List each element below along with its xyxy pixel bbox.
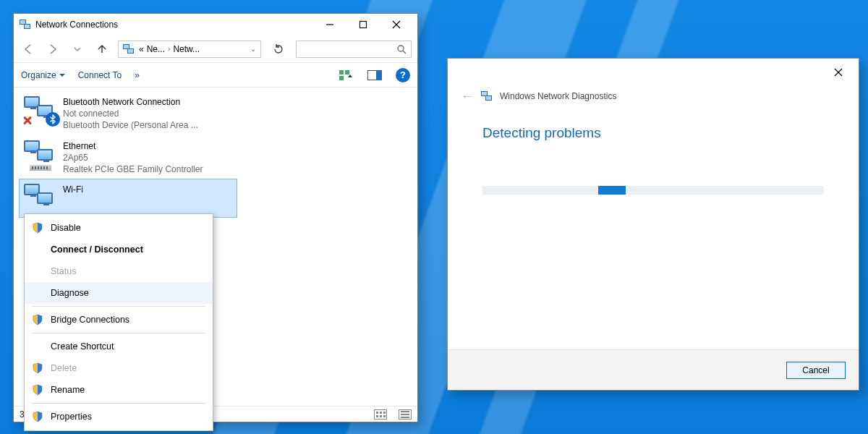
diag-icon [481, 90, 493, 102]
menu-item-label: Bridge Connections [51, 315, 129, 325]
progress-bar [482, 186, 824, 195]
maximize-button[interactable] [346, 14, 380, 35]
svg-rect-1 [360, 22, 367, 28]
connect-to-menu[interactable]: Connect To [78, 70, 122, 80]
view-list-icon[interactable] [399, 409, 412, 420]
bluetooth-badge-icon [46, 112, 60, 127]
wifi-adapter-icon [24, 184, 56, 213]
svg-rect-8 [339, 76, 344, 80]
connection-status: 2Ap65 [63, 152, 203, 163]
menu-item-label: Delete [51, 363, 77, 373]
titlebar[interactable]: Network Connections [14, 14, 417, 35]
up-button[interactable] [93, 41, 111, 58]
diag-titlebar[interactable] [448, 59, 859, 86]
more-label: » [135, 70, 140, 80]
window-title: Network Connections [35, 20, 118, 30]
menu-item-label: Rename [51, 385, 85, 395]
chevron-down-icon[interactable]: ⌄ [250, 45, 256, 53]
nic-badge-icon [30, 165, 51, 171]
menu-separator [32, 306, 205, 307]
menu-item-label: Create Shortcut [51, 341, 114, 352]
command-bar: Organize Connect To » ? [14, 63, 417, 88]
connection-device: Realtek PCIe GBE Family Controller [63, 163, 203, 175]
menu-item-label: Disable [51, 223, 81, 233]
connect-to-label: Connect To [78, 70, 122, 80]
cancel-label: Cancel [802, 365, 829, 375]
progress-fill [598, 186, 626, 195]
svg-rect-10 [376, 70, 382, 80]
connection-ethernet[interactable]: Ethernet 2Ap65 Realtek PCIe GBE Family C… [20, 136, 237, 180]
menu-item-label: Connect / Disconnect [51, 244, 143, 255]
menu-item-label: Properties [51, 412, 92, 422]
svg-point-4 [398, 46, 404, 51]
network-connections-icon [20, 19, 31, 30]
refresh-button[interactable] [268, 39, 289, 59]
ethernet-adapter-icon [24, 140, 56, 169]
minimize-button[interactable] [313, 14, 346, 35]
svg-line-5 [403, 51, 406, 54]
connection-bluetooth[interactable]: Bluetooth Network Connection Not connect… [20, 92, 237, 136]
menu-item-status: Status [25, 260, 213, 282]
more-commands[interactable]: » [135, 70, 140, 80]
menu-separator [32, 333, 205, 333]
bluetooth-adapter-icon [24, 96, 56, 125]
search-box[interactable] [296, 41, 412, 58]
svg-rect-6 [339, 70, 344, 75]
connection-wifi[interactable]: Wi-Fi [20, 179, 237, 217]
view-options-icon[interactable] [338, 67, 354, 83]
menu-item-rename[interactable]: Rename [25, 379, 213, 401]
disconnected-badge-icon [22, 115, 33, 125]
shield-icon [32, 384, 43, 396]
shield-icon [32, 411, 43, 422]
shield-icon [32, 222, 43, 234]
svg-rect-7 [345, 70, 349, 75]
menu-item-label: Status [51, 266, 76, 276]
menu-item-create-shortcut[interactable]: Create Shortcut [25, 336, 213, 357]
menu-item-delete: Delete [25, 357, 213, 379]
recent-dropdown[interactable] [69, 41, 86, 58]
menu-item-bridge-connections[interactable]: Bridge Connections [25, 309, 213, 331]
diag-heading: Detecting problems [482, 125, 824, 141]
addr-seg2[interactable]: Netw... [173, 44, 200, 54]
forward-button[interactable] [44, 41, 61, 58]
menu-item-connect-disconnect[interactable]: Connect / Disconnect [25, 239, 213, 260]
menu-item-diagnose[interactable]: Diagnose [25, 282, 213, 304]
diag-breadcrumb: ← Windows Network Diagnostics [448, 86, 859, 106]
addr-root: « [139, 44, 144, 54]
nav-row: « Ne... › Netw... ⌄ [14, 35, 417, 63]
connection-name: Ethernet [63, 140, 203, 152]
connection-name: Bluetooth Network Connection [63, 96, 198, 108]
help-button[interactable]: ? [396, 68, 410, 82]
menu-item-label: Diagnose [51, 288, 89, 298]
connection-device: Bluetooth Device (Personal Area ... [63, 119, 198, 131]
diag-title: Windows Network Diagnostics [500, 91, 616, 101]
addr-seg1[interactable]: Ne... [147, 44, 165, 54]
back-arrow-icon[interactable]: ← [461, 89, 474, 104]
close-button[interactable] [822, 61, 854, 83]
menu-separator [32, 403, 205, 404]
shield-icon [32, 362, 43, 374]
organize-menu[interactable]: Organize [21, 70, 65, 80]
close-button[interactable] [380, 14, 413, 35]
search-icon [396, 44, 407, 54]
menu-item-properties[interactable]: Properties [25, 406, 213, 427]
cancel-button[interactable]: Cancel [786, 362, 846, 379]
connection-status: Not connected [63, 108, 198, 119]
address-bar[interactable]: « Ne... › Netw... ⌄ [118, 41, 261, 58]
view-details-icon[interactable] [374, 409, 387, 420]
menu-item-disable[interactable]: Disable [25, 217, 213, 239]
shield-icon [32, 314, 43, 326]
preview-pane-icon[interactable] [367, 67, 383, 83]
connection-name: Wi-Fi [63, 184, 83, 195]
chevron-right-icon[interactable]: › [168, 45, 170, 53]
diagnostics-window: ← Windows Network Diagnostics Detecting … [447, 58, 859, 391]
context-menu: DisableConnect / DisconnectStatusDiagnos… [24, 213, 213, 431]
back-button[interactable] [20, 41, 37, 58]
organize-label: Organize [21, 70, 56, 80]
diag-footer: Cancel [448, 349, 859, 390]
addr-icon [123, 43, 135, 55]
